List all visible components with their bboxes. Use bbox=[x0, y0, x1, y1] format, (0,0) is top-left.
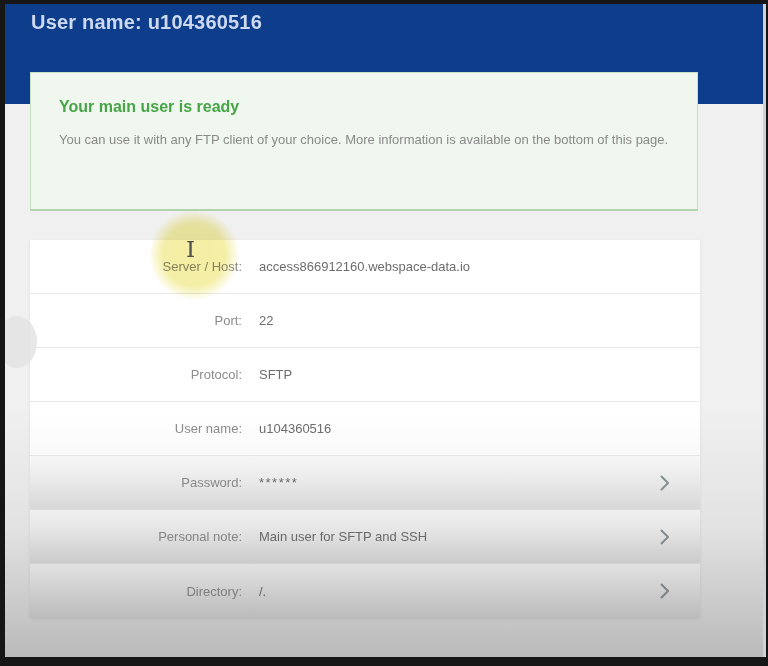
chevron-right-icon bbox=[660, 475, 670, 491]
success-alert-message: You can use it with any FTP client of yo… bbox=[59, 129, 669, 150]
chevron-right-icon bbox=[660, 583, 670, 599]
success-alert-title: Your main user is ready bbox=[59, 98, 669, 116]
row-label: Password: bbox=[30, 475, 242, 490]
row-value: Main user for SFTP and SSH bbox=[259, 529, 427, 544]
table-row-server-host: Server / Host: access866912160.webspace-… bbox=[30, 240, 700, 294]
row-value: /. bbox=[259, 584, 266, 599]
table-row-personal-note[interactable]: Personal note: Main user for SFTP and SS… bbox=[30, 510, 700, 564]
row-value: u104360516 bbox=[259, 421, 331, 436]
chevron-right-icon bbox=[660, 529, 670, 545]
table-row-password[interactable]: Password: ****** bbox=[30, 456, 700, 510]
page-title: User name: u104360516 bbox=[5, 4, 763, 34]
table-row-protocol: Protocol: SFTP bbox=[30, 348, 700, 402]
table-row-directory[interactable]: Directory: /. bbox=[30, 564, 700, 618]
row-value: 22 bbox=[259, 313, 273, 328]
row-label: Directory: bbox=[30, 584, 242, 599]
table-row-user-name: User name: u104360516 bbox=[30, 402, 700, 456]
row-label: Personal note: bbox=[30, 529, 242, 544]
row-label: Protocol: bbox=[30, 367, 242, 382]
row-label: Server / Host: bbox=[30, 259, 242, 274]
video-frame: User name: u104360516 Your main user is … bbox=[0, 0, 768, 666]
row-label: User name: bbox=[30, 421, 242, 436]
row-value: access866912160.webspace-data.io bbox=[259, 259, 470, 274]
row-label: Port: bbox=[30, 313, 242, 328]
row-value: SFTP bbox=[259, 367, 292, 382]
table-row-port: Port: 22 bbox=[30, 294, 700, 348]
page: User name: u104360516 Your main user is … bbox=[5, 4, 766, 657]
row-value: ****** bbox=[259, 475, 298, 490]
user-details-table: Server / Host: access866912160.webspace-… bbox=[30, 240, 700, 618]
success-alert: Your main user is ready You can use it w… bbox=[30, 72, 698, 211]
